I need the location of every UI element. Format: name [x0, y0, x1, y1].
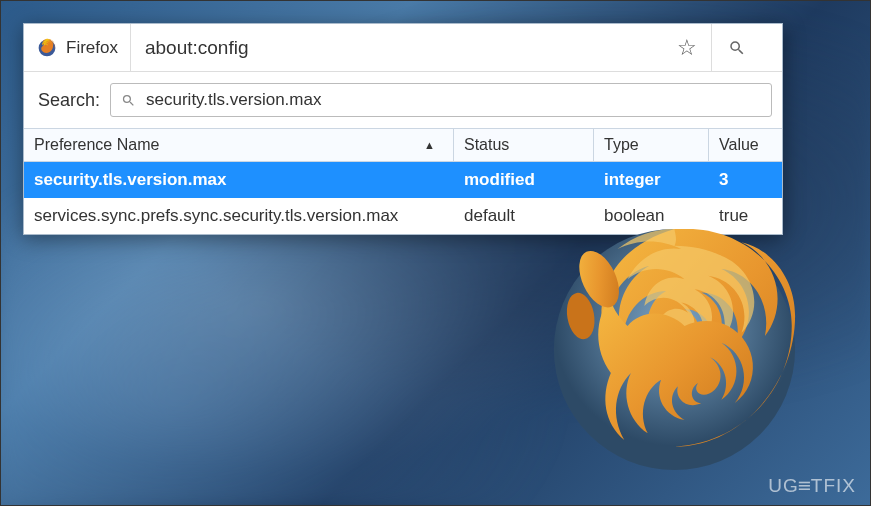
cell-pref-name: security.tls.version.max — [24, 170, 454, 190]
search-icon — [121, 93, 136, 108]
search-icon — [728, 39, 746, 57]
search-label: Search: — [34, 90, 100, 111]
browser-search-box[interactable] — [712, 24, 782, 71]
col-header-value[interactable]: Value — [709, 129, 782, 161]
sort-ascending-icon: ▲ — [424, 139, 435, 151]
address-bar-row: Firefox about:config ☆ — [24, 24, 782, 72]
watermark: UG≡TFIX — [768, 475, 856, 497]
identity-label: Firefox — [66, 38, 118, 58]
col-header-status[interactable]: Status — [454, 129, 594, 161]
config-search-input[interactable] — [146, 90, 761, 110]
col-header-type[interactable]: Type — [594, 129, 709, 161]
url-box[interactable]: about:config ☆ — [131, 24, 712, 71]
url-text: about:config — [145, 37, 677, 59]
prefs-table-header: Preference Name ▲ Status Type Value — [24, 128, 782, 162]
cell-pref-name: services.sync.prefs.sync.security.tls.ve… — [24, 206, 454, 226]
bookmark-star-icon[interactable]: ☆ — [677, 35, 697, 61]
config-search-input-wrap[interactable] — [110, 83, 772, 117]
firefox-icon — [36, 37, 58, 59]
col-header-name-label: Preference Name — [34, 136, 159, 154]
site-identity[interactable]: Firefox — [24, 24, 131, 71]
config-search-row: Search: — [24, 72, 782, 128]
firefox-logo-large — [507, 182, 842, 506]
col-header-preference-name[interactable]: Preference Name ▲ — [24, 129, 454, 161]
